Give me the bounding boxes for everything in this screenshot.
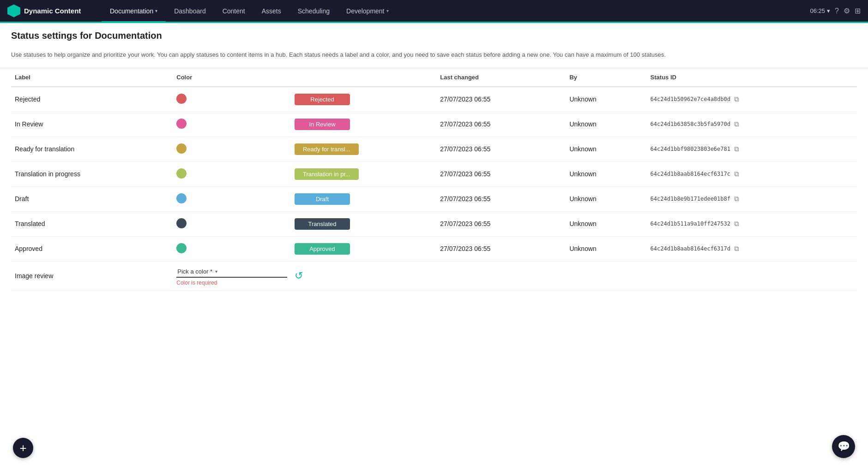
col-header-status-id: Status ID (647, 68, 857, 87)
pick-color-button[interactable]: Pick a color * ▾ (176, 266, 287, 278)
row-status-id: 64c24d1bbf98023803e6e781 ⧉ (647, 137, 857, 161)
color-required-message: Color is required (176, 280, 287, 286)
nav-item-dashboard[interactable]: Dashboard (166, 1, 214, 23)
row-color (173, 137, 291, 161)
row-status-id: 64c24d1b63858c3b5fa5970d ⧉ (647, 112, 857, 137)
row-last-changed: 27/07/2023 06:55 (436, 137, 566, 161)
new-status-row: Image review Pick a color * ▾ Color is r… (11, 261, 857, 291)
row-by: Unknown (566, 161, 646, 186)
nav-item-content[interactable]: Content (214, 1, 253, 23)
nav-item-assets[interactable]: Assets (253, 1, 289, 23)
row-color (173, 112, 291, 137)
row-color (173, 211, 291, 236)
row-by: Unknown (566, 87, 646, 112)
table-row: Ready for translation Ready for transl..… (11, 137, 857, 161)
status-id-value: 64c24d1b511a9a10ff247532 (651, 221, 730, 227)
color-dot (176, 94, 187, 104)
color-pick-wrap: Pick a color * ▾ Color is required (176, 266, 287, 286)
row-by: Unknown (566, 186, 646, 211)
row-label: Approved (11, 236, 173, 261)
copy-id-button[interactable]: ⧉ (732, 219, 741, 229)
page-title: Status settings for Documentation (11, 30, 857, 41)
nav-item-documentation[interactable]: Documentation ▾ (102, 1, 166, 23)
row-label: Draft (11, 186, 173, 211)
row-color (173, 236, 291, 261)
row-label: In Review (11, 112, 173, 137)
row-badge: In Review (291, 112, 436, 137)
status-id-value: 64c24d1b63858c3b5fa5970d (651, 121, 730, 127)
status-table: Label Color Last changed By Status ID Re… (11, 68, 857, 291)
row-last-changed: 27/07/2023 06:55 (436, 161, 566, 186)
new-row-color-picker[interactable]: Pick a color * ▾ Color is required (173, 261, 291, 291)
row-last-changed: 27/07/2023 06:55 (436, 186, 566, 211)
status-badge: Approved (295, 243, 350, 255)
row-color (173, 186, 291, 211)
settings-icon[interactable]: ⚙ (844, 6, 850, 15)
row-by: Unknown (566, 112, 646, 137)
new-row-empty2 (566, 261, 646, 291)
row-status-id: 64c24d1b50962e7ce4a8db0d ⧉ (647, 87, 857, 112)
chevron-down-icon: ▾ (215, 269, 217, 274)
row-last-changed: 27/07/2023 06:55 (436, 112, 566, 137)
color-dot (176, 218, 187, 228)
status-badge: Ready for transl... (295, 143, 359, 155)
row-by: Unknown (566, 137, 646, 161)
new-row-label: Image review (11, 261, 173, 291)
page-description: Use statuses to help organize and priori… (11, 46, 857, 64)
nav-item-development[interactable]: Development ▾ (338, 1, 397, 23)
status-badge: Rejected (295, 94, 350, 105)
new-row-empty3 (647, 261, 857, 291)
row-by: Unknown (566, 236, 646, 261)
col-header-last-changed: Last changed (436, 68, 566, 87)
loading-spinner-icon: ↺ (295, 270, 303, 282)
copy-id-button[interactable]: ⧉ (732, 194, 741, 204)
row-label: Translated (11, 211, 173, 236)
chevron-down-icon: ▾ (386, 8, 389, 13)
row-status-id: 64c24d1b8e9b171edee01b8f ⧉ (647, 186, 857, 211)
status-id-value: 64c24d1b8e9b171edee01b8f (651, 196, 730, 202)
table-row: Draft Draft 27/07/2023 06:55 Unknown 64c… (11, 186, 857, 211)
copy-id-button[interactable]: ⧉ (732, 244, 741, 254)
row-badge: Draft (291, 186, 436, 211)
table-row: Translated Translated 27/07/2023 06:55 U… (11, 211, 857, 236)
nav-item-scheduling[interactable]: Scheduling (289, 1, 338, 23)
copy-id-button[interactable]: ⧉ (732, 94, 741, 104)
col-header-by: By (566, 68, 646, 87)
apps-icon[interactable]: ⊞ (855, 6, 861, 15)
row-color (173, 87, 291, 112)
copy-id-button[interactable]: ⧉ (732, 169, 741, 179)
row-badge: Translated (291, 211, 436, 236)
nav-right: 06:25 ▾ ? ⚙ ⊞ (803, 6, 868, 15)
page-header: Status settings for Documentation Use st… (0, 23, 868, 68)
status-badge: Translated (295, 218, 350, 230)
copy-id-button[interactable]: ⧉ (732, 144, 741, 154)
table-row: Rejected Rejected 27/07/2023 06:55 Unkno… (11, 87, 857, 112)
row-last-changed: 27/07/2023 06:55 (436, 87, 566, 112)
new-row-empty1 (436, 261, 566, 291)
row-status-id: 64c24d1b8aab8164ecf6317d ⧉ (647, 236, 857, 261)
col-header-color: Color (173, 68, 291, 87)
status-badge: In Review (295, 119, 350, 130)
color-dot (176, 143, 187, 154)
color-dot (176, 168, 187, 179)
nav-items: Documentation ▾ Dashboard Content Assets… (102, 0, 803, 22)
new-row-spinner: ↺ (291, 261, 436, 291)
col-header-label: Label (11, 68, 173, 87)
row-badge: Ready for transl... (291, 137, 436, 161)
table-body: Rejected Rejected 27/07/2023 06:55 Unkno… (11, 87, 857, 291)
row-color (173, 161, 291, 186)
row-label: Ready for translation (11, 137, 173, 161)
row-last-changed: 27/07/2023 06:55 (436, 211, 566, 236)
status-id-value: 64c24d1bbf98023803e6e781 (651, 146, 730, 152)
status-id-value: 64c24d1b8aab8164ecf6317c (651, 171, 730, 177)
nav-time: 06:25 ▾ (810, 7, 831, 14)
table-row: Approved Approved 27/07/2023 06:55 Unkno… (11, 236, 857, 261)
row-last-changed: 27/07/2023 06:55 (436, 236, 566, 261)
help-icon[interactable]: ? (835, 7, 839, 15)
color-dot (176, 119, 187, 129)
row-status-id: 64c24d1b511a9a10ff247532 ⧉ (647, 211, 857, 236)
status-badge: Translation in pr... (295, 168, 359, 180)
brand-icon (7, 5, 20, 18)
copy-id-button[interactable]: ⧉ (732, 119, 741, 129)
row-by: Unknown (566, 211, 646, 236)
